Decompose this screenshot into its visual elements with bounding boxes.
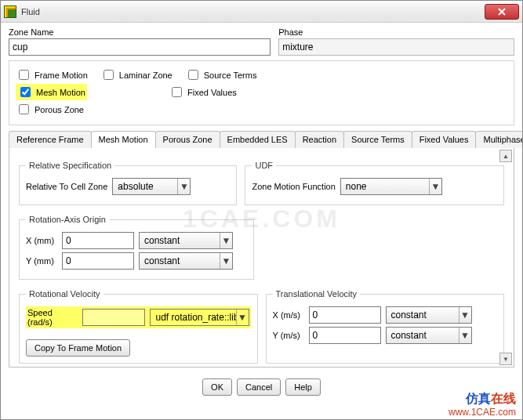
rot-y-input[interactable] bbox=[62, 252, 134, 270]
tab-content: ▲ ▼ Relative Specification Relative To C… bbox=[9, 148, 514, 368]
udf-group: UDF Zone Motion Function none▼ bbox=[245, 161, 504, 205]
trans-y-input[interactable] bbox=[309, 327, 381, 344]
app-icon bbox=[4, 5, 16, 18]
trans-x-label: X (m/s) bbox=[273, 310, 304, 320]
options-group: Frame Motion Laminar Zone Source Terms M… bbox=[9, 60, 514, 125]
rot-y-mode-combo[interactable]: constant▼ bbox=[139, 252, 233, 270]
udf-legend: UDF bbox=[252, 161, 276, 170]
rot-y-label: Y (mm) bbox=[26, 256, 57, 266]
zone-name-label: Zone Name bbox=[9, 27, 271, 37]
cancel-button[interactable]: Cancel bbox=[237, 378, 281, 396]
tab-reference-frame[interactable]: Reference Frame bbox=[9, 131, 92, 148]
rotation-axis-legend: Rotation-Axis Origin bbox=[26, 215, 109, 224]
close-button[interactable] bbox=[485, 4, 519, 20]
chk-fixed-values[interactable]: Fixed Values bbox=[169, 84, 237, 100]
chk-mesh-motion[interactable]: Mesh Motion bbox=[16, 84, 87, 100]
chk-laminar-zone[interactable]: Laminar Zone bbox=[100, 67, 173, 82]
rotational-velocity-group: Rotational Velocity Speed (rad/s) udf ro… bbox=[19, 289, 258, 364]
zone-motion-fn-combo[interactable]: none▼ bbox=[340, 178, 442, 195]
tab-multiphase[interactable]: Multiphase bbox=[475, 131, 523, 148]
close-icon bbox=[498, 8, 506, 16]
relative-to-label: Relative To Cell Zone bbox=[26, 182, 107, 191]
chevron-down-icon: ▼ bbox=[177, 179, 190, 194]
phase-value: mixture bbox=[278, 38, 514, 56]
chevron-down-icon: ▼ bbox=[459, 307, 471, 323]
dialog-button-bar: OK Cancel Help bbox=[1, 378, 522, 396]
chk-frame-motion[interactable]: Frame Motion bbox=[16, 67, 88, 82]
translational-velocity-legend: Translational Velocity bbox=[273, 289, 361, 299]
scroll-down-button[interactable]: ▼ bbox=[499, 353, 512, 365]
chevron-down-icon: ▼ bbox=[429, 179, 441, 194]
speed-input[interactable] bbox=[82, 309, 145, 326]
phase-label: Phase bbox=[278, 27, 514, 37]
chevron-down-icon: ▼ bbox=[236, 310, 249, 325]
help-button[interactable]: Help bbox=[285, 378, 321, 396]
chevron-down-icon: ▼ bbox=[220, 253, 232, 269]
rotational-velocity-legend: Rotational Velocity bbox=[26, 289, 104, 299]
tab-source-terms[interactable]: Source Terms bbox=[343, 131, 412, 148]
translational-velocity-group: Translational Velocity X (m/s) constant▼… bbox=[266, 289, 505, 364]
chk-porous-zone[interactable]: Porous Zone bbox=[16, 102, 84, 117]
speed-mode-combo[interactable]: udf rotation_rate::libuc▼ bbox=[150, 309, 249, 326]
scroll-up-button[interactable]: ▲ bbox=[499, 150, 512, 162]
tab-reaction[interactable]: Reaction bbox=[295, 131, 344, 148]
chk-source-terms[interactable]: Source Terms bbox=[185, 67, 257, 82]
tab-bar: Reference Frame Mesh Motion Porous Zone … bbox=[9, 130, 514, 148]
trans-x-input[interactable] bbox=[309, 306, 381, 324]
zone-name-input[interactable] bbox=[9, 38, 271, 56]
rotation-axis-group: Rotation-Axis Origin X (mm) constant▼ Y … bbox=[19, 215, 254, 280]
rot-x-input[interactable] bbox=[62, 232, 134, 249]
relative-to-combo[interactable]: absolute▼ bbox=[112, 178, 191, 195]
relative-spec-group: Relative Specification Relative To Cell … bbox=[19, 161, 237, 205]
zone-motion-fn-label: Zone Motion Function bbox=[252, 182, 335, 191]
chevron-down-icon: ▼ bbox=[220, 233, 232, 248]
ok-button[interactable]: OK bbox=[202, 378, 232, 396]
trans-y-label: Y (m/s) bbox=[273, 331, 304, 340]
tab-embedded-les[interactable]: Embedded LES bbox=[220, 131, 296, 148]
footer-note: 仿真在线 www.1CAE.com bbox=[449, 391, 516, 418]
copy-to-frame-motion-button[interactable]: Copy To Frame Motion bbox=[26, 339, 130, 357]
chevron-down-icon: ▼ bbox=[459, 328, 471, 343]
rot-x-mode-combo[interactable]: constant▼ bbox=[139, 232, 233, 249]
relative-spec-legend: Relative Specification bbox=[26, 161, 114, 170]
trans-x-mode-combo[interactable]: constant▼ bbox=[386, 306, 472, 324]
tab-porous-zone[interactable]: Porous Zone bbox=[155, 131, 220, 148]
window-title: Fluid bbox=[21, 7, 40, 16]
title-bar: Fluid bbox=[1, 1, 522, 23]
tab-fixed-values[interactable]: Fixed Values bbox=[412, 131, 477, 148]
rot-x-label: X (mm) bbox=[26, 236, 57, 245]
tab-mesh-motion[interactable]: Mesh Motion bbox=[91, 131, 156, 148]
trans-y-mode-combo[interactable]: constant▼ bbox=[386, 327, 472, 344]
speed-label: Speed (rad/s) bbox=[27, 308, 78, 327]
